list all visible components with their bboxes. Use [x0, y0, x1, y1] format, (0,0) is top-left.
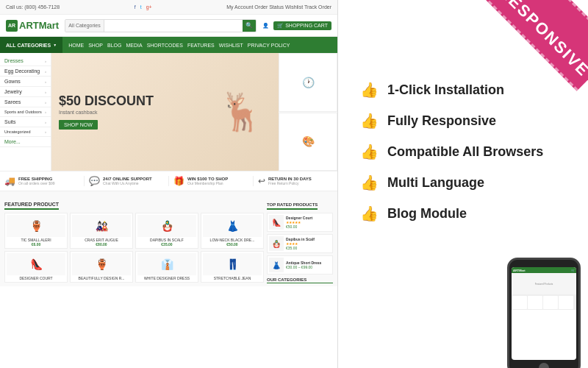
sidebar-item-dresses[interactable]: Dresses ›	[0, 56, 51, 66]
cart-label: SHOPPING CART	[285, 23, 328, 28]
phone-hero-text: Featured Products	[535, 283, 553, 286]
phone-nav: ARTMart 🛒	[512, 267, 576, 273]
top-rated-price-3: €30.00 – €99.00	[286, 265, 321, 269]
featured-title: FEATURED PRODUCT	[4, 202, 59, 210]
sidebar-item-more[interactable]: More...	[0, 137, 51, 147]
top-rated-price-2: €35.00	[286, 246, 315, 250]
search-bar[interactable]: All Categories 🔍	[65, 19, 257, 32]
feature-label-5: Blog Module	[387, 206, 467, 222]
nav-privacy[interactable]: PRIVACY POLICY	[248, 43, 290, 48]
nav-wishlist[interactable]: WISHLIST	[219, 43, 243, 48]
product-price-4: €50.00	[203, 242, 262, 247]
top-rated-item-1[interactable]: 👠 Designer Court ★★★★★ €50.00	[267, 213, 333, 232]
feature-shipping-info: FREE SHIPPING On all orders over $99	[18, 177, 54, 185]
phone-prod-4	[559, 296, 573, 309]
product-card-6[interactable]: 🏺 BEAUTIFULLY DESIGN R...	[70, 251, 133, 283]
top-rated-img-1: 👠	[269, 215, 284, 230]
categories-label: ALL CATEGORIES	[6, 43, 51, 48]
top-rated-price-1: €50.00	[286, 224, 312, 229]
product-price-2: €80.00	[72, 242, 131, 247]
product-card-2[interactable]: 🎎 CRAS ERIT AUGUE €80.00	[70, 213, 133, 249]
sidebar-item-sarees[interactable]: Sarees ›	[0, 97, 51, 107]
product-price-3: €35.00	[137, 242, 196, 247]
top-rated-item-3[interactable]: 👗 Antique Short Dress €30.00 – €99.00	[267, 255, 333, 275]
arrow-icon: ›	[45, 130, 46, 134]
product-img-3: 🪆	[137, 215, 196, 237]
features-strip: 🚚 FREE SHIPPING On all orders over $99 💬…	[0, 171, 337, 191]
side-product-clock[interactable]: 🕐	[279, 53, 337, 112]
phone-prod-1	[512, 296, 527, 309]
product-img-7: 👔	[137, 253, 196, 275]
side-product-art[interactable]: 🎨	[279, 113, 337, 171]
nav-shop[interactable]: SHOP	[88, 43, 103, 48]
header-icons: 👤 🛒 SHOPPING CART	[262, 21, 331, 30]
phone-outer: ARTMart 🛒 Featured Products	[507, 258, 581, 368]
sidebar-item-jewelry[interactable]: Jewelry ›	[0, 87, 51, 97]
sidebar-label: Uncategorized	[4, 130, 30, 134]
product-card-5[interactable]: 👠 DESIGNER COURT	[4, 251, 68, 283]
product-card-3[interactable]: 🪆 DAPIBUS IN SCALF €35.00	[135, 213, 198, 249]
sidebar-item-gowns[interactable]: Gowns ›	[0, 77, 51, 87]
nav-shortcodes[interactable]: SHORTCODES	[147, 43, 183, 48]
top-rated-info-1: Designer Court ★★★★★ €50.00	[286, 216, 312, 229]
sidebar-item-sports[interactable]: Sports and Outdoors ›	[0, 107, 51, 117]
category-sidebar: Dresses › Egg Decorating › Gowns › Jewel…	[0, 53, 51, 171]
sidebar-label: More...	[4, 139, 21, 144]
feature-win-sub: Our Membership Plan	[187, 181, 228, 185]
topbar-contact: Call us: (800) 456-7128	[6, 4, 60, 10]
search-input[interactable]	[104, 20, 243, 32]
cart-button[interactable]: 🛒 SHOPPING CART	[273, 21, 331, 30]
features-list: 👍 1-Click Installation 👍 Fully Responsiv…	[360, 81, 566, 222]
deer-icon: 🦌	[218, 91, 264, 133]
product-name-6: BEAUTIFULLY DESIGN R...	[72, 276, 131, 280]
thumbs-up-icon-2: 👍	[360, 112, 379, 130]
sidebar-label: Sarees	[4, 99, 21, 105]
feature-support: 💬 24/7 ONLINE SUPPORT Chat With Us Anyti…	[85, 176, 169, 186]
feature-item-responsive: 👍 Fully Responsive	[360, 112, 566, 130]
product-card-7[interactable]: 👔 WHITE DESIGNER DRESS	[135, 251, 198, 283]
product-grid: 🏺 TIC SMALL ALERI €6.00 🎎 CRAS ERIT AUGU…	[4, 213, 264, 249]
thumbs-up-icon-5: 👍	[360, 205, 379, 222]
sidebar-item-uncategorized[interactable]: Uncategorized ›	[0, 127, 51, 137]
search-button[interactable]: 🔍	[243, 20, 256, 32]
arrow-icon: ›	[45, 59, 46, 63]
phone-products	[512, 295, 576, 310]
top-rated-img-2: 🪆	[269, 236, 284, 251]
product-img-6: 🏺	[72, 253, 131, 275]
sidebar-item-suits[interactable]: Suits ›	[0, 117, 51, 127]
sidebar-label: Sports and Outdoors	[4, 110, 42, 114]
nav-categories-button[interactable]: ALL CATEGORIES ▼	[0, 37, 62, 53]
feature-label-3: Compatible All Browsers	[387, 144, 543, 160]
feature-label-2: Fully Responsive	[387, 113, 496, 129]
nav-features[interactable]: FEATURES	[187, 43, 215, 48]
arrow-icon: ›	[45, 79, 46, 84]
product-card-8[interactable]: 👖 STRETCHABLE JEAN	[201, 251, 264, 283]
shipping-icon: 🚚	[4, 176, 15, 186]
main-banner: $50 DISCOUNT Instant cashback SHOP NOW 🦌	[51, 53, 279, 171]
feature-return: ↩ RETURN IN 30 DAYS Free Return Policy	[254, 176, 337, 186]
product-card-1[interactable]: 🏺 TIC SMALL ALERI €6.00	[4, 213, 68, 249]
social-google: g+	[146, 4, 152, 10]
feature-label-1: 1-Click Installation	[387, 82, 504, 98]
phone-prod-3	[543, 296, 558, 309]
feature-support-info: 24/7 ONLINE SUPPORT Chat With Us Anytime	[103, 177, 152, 185]
nav-home[interactable]: HOME	[68, 43, 84, 48]
top-rated-item-2[interactable]: 🪆 Dapibus in Scalf ★★★★ €35.00	[267, 234, 333, 253]
banner-subtitle: Instant cashback	[59, 110, 154, 115]
top-rated-products: TOP RATED PRODUCTS 👠 Designer Court ★★★★…	[267, 196, 333, 283]
user-icon[interactable]: 👤	[262, 23, 269, 29]
feature-win: 🎁 WIN $100 TO SHOP Our Membership Plan	[169, 176, 254, 186]
social-facebook: f	[135, 4, 136, 10]
product-card-4[interactable]: 👗 LOW-NECK BLACK DRE... €50.00	[201, 213, 264, 249]
search-category[interactable]: All Categories	[65, 20, 104, 32]
nav-media[interactable]: MEDIA	[126, 43, 142, 48]
sidebar-item-egg[interactable]: Egg Decorating ›	[0, 66, 51, 77]
return-icon: ↩	[258, 176, 265, 186]
feature-item-installation: 👍 1-Click Installation	[360, 81, 566, 99]
shop-now-button[interactable]: SHOP NOW	[59, 120, 98, 130]
feature-shipping-sub: On all orders over $99	[18, 181, 54, 185]
sidebar-label: Dresses	[4, 58, 24, 63]
product-price-1: €6.00	[7, 242, 65, 247]
phone-screen-content: ARTMart 🛒 Featured Products	[512, 267, 576, 360]
nav-blog[interactable]: BLOG	[107, 43, 121, 48]
